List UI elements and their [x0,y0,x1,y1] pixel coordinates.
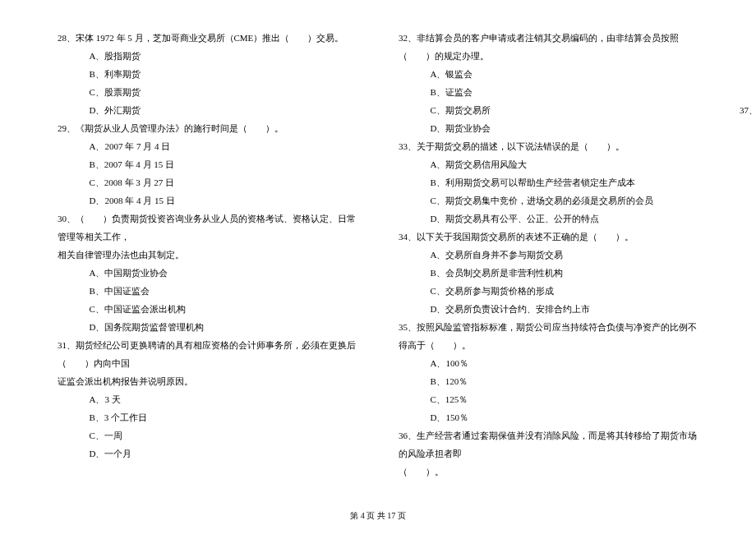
q28-d: D、外汇期货 [58,101,357,119]
q34-b: B、会员制交易所是非营利性机构 [399,264,698,282]
q32-b: B、证监会 [399,83,698,101]
q36-d: D、期货结算部门 [740,83,756,101]
q34: 34、以下关于我国期货交易所的表述不正确的是（ ）。 A、交易所自身并不参与期货… [399,228,698,318]
q28-text: 28、宋体 1972 年 5 月，芝加哥商业交易所（CME）推出（ ）交易。 [58,29,357,47]
q35-c: C、125％ [399,390,698,408]
q31: 31、期货经纪公司更换聘请的具有相应资格的会计师事务所，必须在更换后（ ）内向中… [58,336,357,481]
q28-b: B、利率期货 [58,65,357,83]
q37-text: 37、首席风险官的工作底稿和工作记录应当至少保存（ ）。 [740,101,756,119]
q33-c: C、期货交易集中竞价，进场交易的必须是交易所的会员 [399,191,698,209]
q36-cont: （ ）。 [399,463,698,481]
q32-a: A、银监会 [399,65,698,83]
q34-c: C、交易所参与期货价格的形成 [399,282,698,300]
q35-d: D、150％ [399,408,698,426]
q34-a: A、交易所自身并不参与期货交易 [399,246,698,264]
q33-b: B、利用期货交易可以帮助生产经营者锁定生产成本 [399,173,698,191]
q33: 33、关于期货交易的描述，以下说法错误的是（ ）。 A、期货交易信用风险大 B、… [399,137,698,228]
q36-c: C、期货投机者 [740,65,756,83]
q35-a: A、100％ [399,354,698,372]
page-footer: 第 4 页 共 17 页 [0,508,756,524]
q29-d: D、2008 年 4 月 15 日 [58,191,357,209]
q29-b: B、2007 年 4 月 15 日 [58,155,357,173]
q32-d: D、期货业协会 [399,119,698,137]
q37-a: A、1 年 [740,119,756,137]
q30-a: A、中国期货业协会 [58,264,357,282]
q34-text: 34、以下关于我国期货交易所的表述不正确的是（ ）。 [399,228,698,246]
q29-a: A、2007 年 7 月 4 日 [58,137,357,155]
q28-a: A、股指期货 [58,47,357,65]
q28: 28、宋体 1972 年 5 月，芝加哥商业交易所（CME）推出（ ）交易。 A… [58,29,357,119]
q30-cont: 相关自律管理办法也由其制定。 [58,246,357,264]
q35: 35、按照风险监管指标标准，期货公司应当持续符合负债与净资产的比例不得高于（ ）… [399,318,698,426]
q35-text: 35、按照风险监管指标标准，期货公司应当持续符合负债与净资产的比例不得高于（ ）… [399,318,698,354]
q37-b: B、5 年 [740,137,756,155]
q30-d: D、国务院期货监督管理机构 [58,318,357,336]
q31-d: D、一个月 [58,444,357,463]
q36-b: B、其他套期保值者 [740,47,756,65]
q30: 30、（ ）负责期货投资咨询业务从业人员的资格考试、资格认定、日常管理等相关工作… [58,209,357,336]
q29: 29、《期货从业人员管理办法》的施行时间是（ ）。 A、2007 年 7 月 4… [58,119,357,209]
q35-b: B、120％ [399,372,698,390]
blank-line [58,463,357,481]
q32: 32、非结算会员的客户申请或者注销其交易编码的，由非结算会员按照（ ）的规定办理… [399,29,698,137]
q28-c: C、股票期货 [58,83,357,101]
q30-b: B、中国证监会 [58,282,357,300]
q33-d: D、期货交易具有公平、公正、公开的特点 [399,209,698,228]
exam-content: 28、宋体 1972 年 5 月，芝加哥商业交易所（CME）推出（ ）交易。 A… [58,29,698,489]
q32-c: C、期货交易所 [399,101,698,119]
q31-a: A、3 天 [58,390,357,408]
q32-text: 32、非结算会员的客户申请或者注销其交易编码的，由非结算会员按照（ ）的规定办理… [399,29,698,65]
q29-text: 29、《期货从业人员管理办法》的施行时间是（ ）。 [58,119,357,137]
q31-cont: 证监会派出机构报告并说明原因。 [58,372,357,390]
q34-d: D、交易所负责设计合约、安排合约上市 [399,300,698,318]
q30-text: 30、（ ）负责期货投资咨询业务从业人员的资格考试、资格认定、日常管理等相关工作… [58,209,357,246]
q33-a: A、期货交易信用风险大 [399,155,698,173]
q37: 37、首席风险官的工作底稿和工作记录应当至少保存（ ）。 A、1 年 B、5 年 [740,101,756,155]
q30-c: C、中国证监会派出机构 [58,300,357,318]
q31-c: C、一周 [58,426,357,444]
q36-text: 36、生产经营者通过套期保值并没有消除风险，而是将其转移给了期货市场的风险承担者… [399,426,698,463]
q29-c: C、2008 年 3 月 27 日 [58,173,357,191]
q33-text: 33、关于期货交易的描述，以下说法错误的是（ ）。 [399,137,698,155]
q31-text: 31、期货经纪公司更换聘请的具有相应资格的会计师事务所，必须在更换后（ ）内向中… [58,336,357,372]
q31-b: B、3 个工作日 [58,408,357,426]
q36-a: A、期货交易所 [740,29,756,47]
